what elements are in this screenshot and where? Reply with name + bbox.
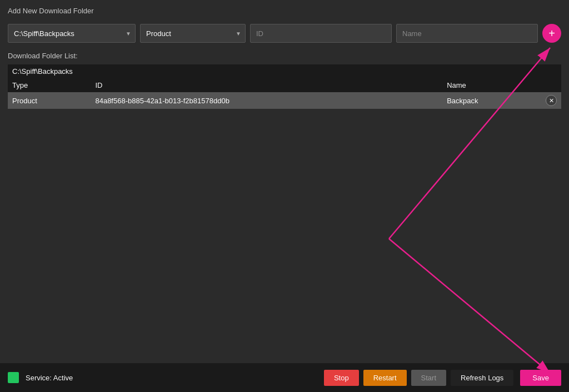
col-name-header: Name (442, 78, 541, 92)
footer: Service: Active Stop Restart Start Refre… (0, 363, 569, 392)
page-title: Add New Download Folder (8, 7, 561, 15)
folder-list-header: C:\Spiff\Backpacks (8, 64, 561, 78)
controls-row: C:\Spiff\Backpacks ▼ Product Asset Templ… (8, 24, 561, 43)
type-select-wrapper: Product Asset Template ▼ (140, 24, 246, 43)
save-button[interactable]: Save (520, 370, 561, 386)
start-button[interactable]: Start (411, 370, 446, 386)
table-row: Product84a8f568-b885-42a1-b013-f2b81578d… (8, 92, 561, 109)
add-button[interactable]: + (542, 24, 561, 43)
name-input[interactable] (396, 24, 538, 43)
folder-list-container: C:\Spiff\Backpacks Type ID Name Product8… (8, 64, 561, 385)
service-label: Service: Active (26, 374, 317, 382)
col-action-header (541, 78, 561, 92)
restart-button[interactable]: Restart (363, 370, 407, 386)
col-id-header: ID (91, 78, 442, 92)
type-select[interactable]: Product Asset Template (140, 24, 246, 43)
folder-path-select-wrapper: C:\Spiff\Backpacks ▼ (8, 24, 136, 43)
id-input[interactable] (250, 24, 392, 43)
remove-row-button[interactable]: ✕ (546, 95, 557, 106)
col-type-header: Type (8, 78, 91, 92)
stop-button[interactable]: Stop (324, 370, 359, 386)
cell-name: Backpack (442, 92, 541, 109)
refresh-logs-button[interactable]: Refresh Logs (451, 370, 513, 386)
folder-path-select[interactable]: C:\Spiff\Backpacks (8, 24, 136, 43)
section-label: Download Folder List: (8, 52, 561, 60)
folder-table: Type ID Name Product84a8f568-b885-42a1-b… (8, 78, 561, 109)
footer-buttons: Stop Restart Start Refresh Logs (324, 370, 513, 386)
table-header-row: Type ID Name (8, 78, 561, 92)
cell-type: Product (8, 92, 91, 109)
cell-action: ✕ (541, 92, 561, 109)
status-indicator (8, 372, 19, 383)
cell-id: 84a8f568-b885-42a1-b013-f2b81578dd0b (91, 92, 442, 109)
